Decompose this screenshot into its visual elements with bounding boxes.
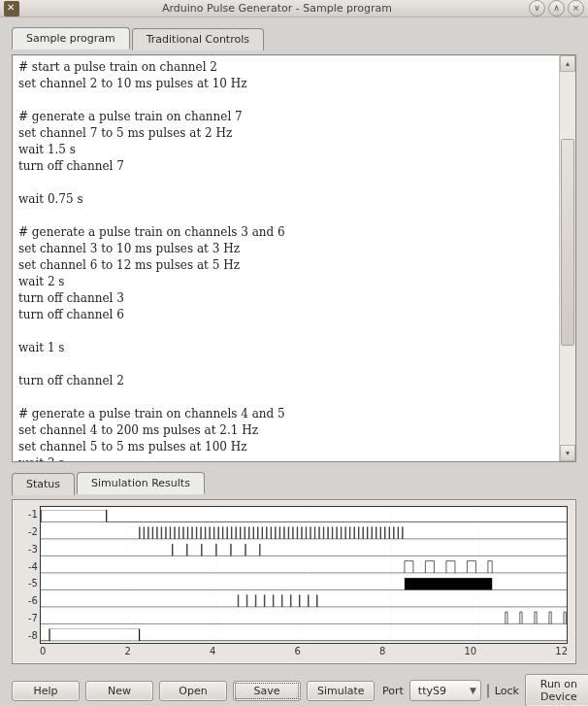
x-tick-label: 12: [555, 646, 568, 661]
editor-scrollbar[interactable]: ▴ ▾: [559, 55, 575, 461]
x-tick-label: 8: [379, 646, 385, 661]
button-label: Run on Device: [540, 678, 577, 703]
main-window: Arduino Pulse Generator - Sample program…: [0, 0, 588, 706]
open-button[interactable]: Open: [159, 681, 227, 701]
button-label: New: [108, 685, 131, 697]
tab-label: Traditional Controls: [147, 33, 249, 46]
tab-label: Status: [26, 478, 60, 490]
tab-status[interactable]: Status: [12, 473, 75, 495]
save-button[interactable]: Save: [233, 681, 301, 701]
y-tick-label: -6: [16, 595, 38, 606]
simulation-chart: [40, 506, 568, 644]
chart-x-labels: 024681012: [40, 646, 568, 661]
button-label: Save: [253, 685, 279, 697]
y-tick-label: -4: [16, 561, 38, 572]
port-select[interactable]: ttyS9 ▼: [409, 680, 481, 701]
titlebar: Arduino Pulse Generator - Sample program…: [0, 0, 588, 17]
y-tick-label: -7: [16, 613, 38, 623]
tab-simulation-results[interactable]: Simulation Results: [77, 472, 205, 494]
chart-y-labels: -1-2-3-4-5-6-7-8: [16, 506, 38, 644]
y-tick-label: -2: [16, 526, 38, 537]
port-label: Port: [382, 685, 404, 697]
window-buttons: ∨ ∧ ×: [529, 0, 584, 17]
new-button[interactable]: New: [85, 681, 153, 701]
scroll-up-button[interactable]: ▴: [560, 55, 575, 72]
top-tabs: Sample program Traditional Controls: [12, 27, 576, 50]
lower-tabs: Status Simulation Results: [12, 472, 576, 494]
simulate-button[interactable]: Simulate: [307, 681, 375, 701]
window-title: Arduino Pulse Generator - Sample program: [25, 2, 529, 15]
tab-sample-program[interactable]: Sample program: [12, 27, 130, 50]
port-value: ttyS9: [418, 685, 446, 697]
y-tick-label: -5: [16, 578, 38, 588]
lock-label: Lock: [495, 685, 519, 697]
button-row: Help New Open Save Simulate Port ttyS9 ▼…: [12, 670, 576, 706]
scroll-thumb[interactable]: [561, 139, 574, 346]
button-label: Open: [179, 685, 207, 697]
tab-label: Simulation Results: [91, 477, 190, 489]
minimize-icon: ∨: [534, 4, 540, 13]
x-tick-label: 0: [40, 646, 46, 661]
y-tick-label: -1: [16, 509, 38, 520]
app-icon: [4, 1, 19, 17]
button-label: Help: [33, 685, 57, 697]
x-tick-label: 2: [124, 646, 130, 661]
y-tick-label: -3: [16, 544, 38, 555]
svg-rect-14: [405, 578, 492, 589]
lock-checkbox[interactable]: [487, 684, 489, 698]
button-label: Simulate: [317, 685, 365, 697]
code-editor[interactable]: # start a pulse train on channel 2 set c…: [13, 55, 560, 461]
maximize-button[interactable]: ∧: [548, 0, 565, 17]
x-tick-label: 10: [464, 646, 476, 661]
y-tick-label: -8: [16, 630, 38, 641]
scroll-down-button[interactable]: ▾: [560, 445, 575, 461]
content-area: Sample program Traditional Controls # st…: [0, 17, 588, 706]
tab-traditional-controls[interactable]: Traditional Controls: [132, 28, 264, 50]
help-button[interactable]: Help: [12, 681, 80, 701]
tab-label: Sample program: [26, 32, 115, 45]
maximize-icon: ∧: [553, 4, 560, 13]
scroll-track[interactable]: [560, 72, 575, 445]
x-tick-label: 6: [294, 646, 300, 661]
close-button[interactable]: ×: [568, 0, 584, 17]
chevron-down-icon: ▼: [470, 686, 476, 695]
simulation-panel: -1-2-3-4-5-6-7-8 024681012: [12, 499, 576, 664]
close-icon: ×: [572, 4, 580, 13]
minimize-button[interactable]: ∨: [529, 0, 545, 17]
x-tick-label: 4: [210, 646, 215, 661]
editor-panel: # start a pulse train on channel 2 set c…: [12, 54, 576, 462]
run-on-device-button[interactable]: Run on Device: [525, 674, 588, 706]
